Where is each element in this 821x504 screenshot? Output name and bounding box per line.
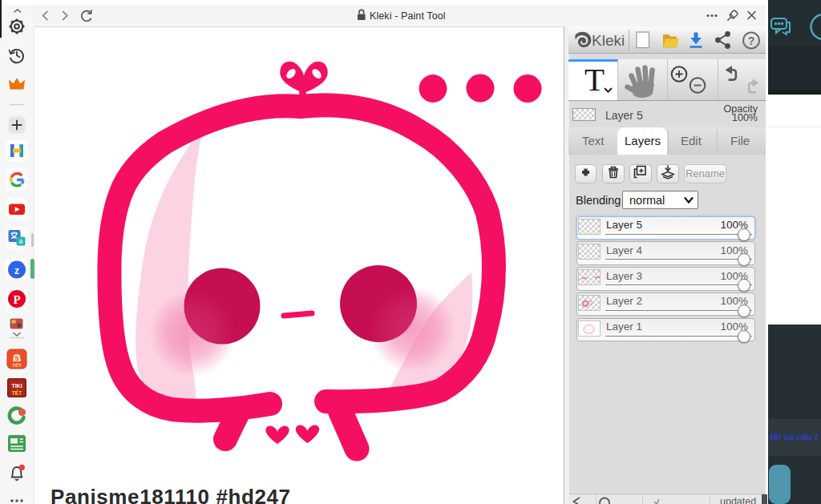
svg-text:z: z — [14, 265, 19, 276]
svg-text:a: a — [18, 237, 22, 245]
svg-text:TIKI: TIKI — [11, 383, 22, 389]
svg-text:P: P — [13, 293, 20, 306]
svg-text:TẾT: TẾT — [12, 389, 22, 396]
svg-text:Kleki: Kleki — [592, 32, 625, 49]
svg-text:?: ? — [748, 34, 755, 47]
svg-text:TẾT: TẾT — [12, 363, 22, 368]
svg-text:S: S — [14, 355, 18, 362]
